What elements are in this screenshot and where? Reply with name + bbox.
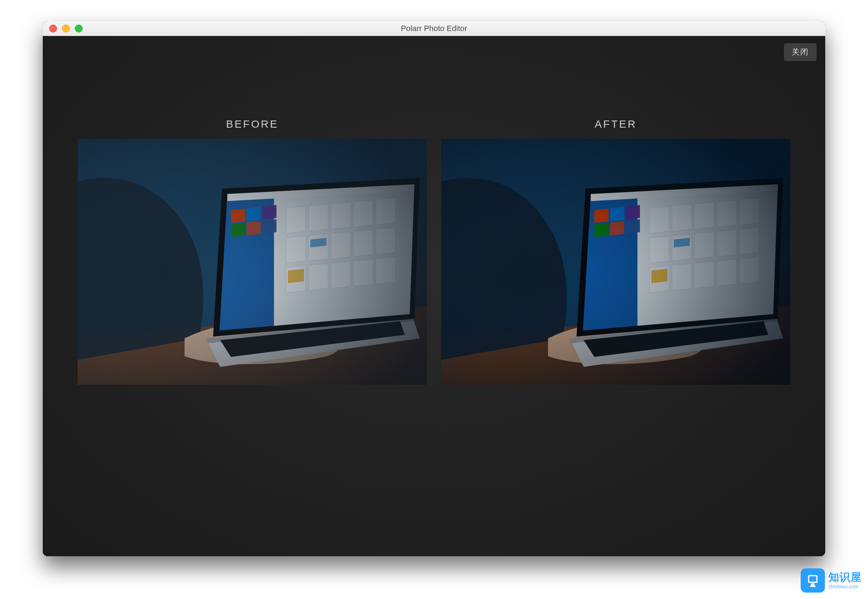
window-minimize-button[interactable]: [62, 25, 70, 32]
window-title: Polarr Photo Editor: [43, 24, 825, 33]
app-window: Polarr Photo Editor 关闭 BEFORE: [43, 21, 825, 556]
watermark-badge-icon: [800, 568, 825, 593]
before-label: BEFORE: [78, 118, 427, 130]
svg-rect-66: [811, 583, 815, 586]
svg-rect-65: [809, 576, 816, 581]
compare-overlay: 关闭 BEFORE: [43, 36, 825, 556]
window-controls: [49, 25, 83, 32]
compare-container: BEFORE: [43, 118, 825, 385]
before-pane: BEFORE: [78, 118, 427, 385]
after-pane: AFTER: [441, 118, 790, 385]
watermark-text: 知识屋 zhishiwu.com: [829, 572, 862, 589]
svg-rect-63: [441, 139, 790, 385]
before-image: [78, 139, 427, 385]
svg-rect-31: [78, 139, 427, 385]
watermark-domain: zhishiwu.com: [829, 584, 862, 589]
app-body: 关闭 BEFORE: [43, 36, 825, 556]
after-label: AFTER: [441, 118, 790, 130]
watermark: 知识屋 zhishiwu.com: [800, 568, 862, 593]
window-close-button[interactable]: [49, 25, 57, 32]
close-button[interactable]: 关闭: [784, 43, 817, 61]
laptop-illustration-icon: [78, 139, 427, 385]
after-image: [441, 139, 790, 385]
titlebar: Polarr Photo Editor: [43, 21, 825, 36]
laptop-illustration-icon: [441, 139, 790, 385]
window-zoom-button[interactable]: [75, 25, 83, 32]
watermark-name: 知识屋: [829, 572, 862, 582]
svg-rect-67: [810, 586, 816, 587]
